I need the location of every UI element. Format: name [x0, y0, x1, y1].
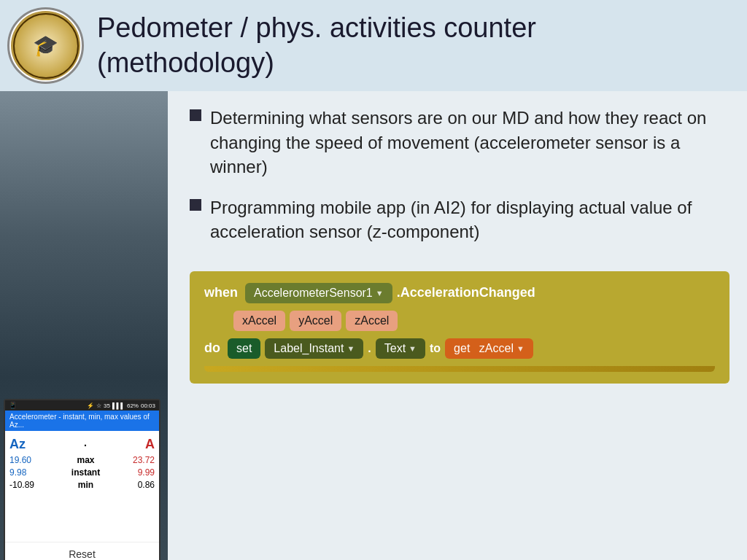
left-panel: 📱 ⚡ ☆ 35 ▌▌▌ 62% 00:03 Accelerometer - i…	[0, 91, 168, 560]
phone-data-row-2: 9.98 instant 9.99	[9, 467, 155, 478]
phone-data-row-3: -10.89 min 0.86	[9, 480, 155, 490]
phone-header-row: Az . A	[9, 437, 155, 452]
bullet-item-2: Programming mobile app (in AI2) for disp…	[190, 195, 729, 244]
xaccel-block[interactable]: xAccel	[233, 311, 285, 331]
dot-connector: .	[368, 342, 371, 355]
phone-mockup: 📱 ⚡ ☆ 35 ▌▌▌ 62% 00:03 Accelerometer - i…	[4, 399, 160, 560]
phone-status-icons: ⚡ ☆ 35 ▌▌▌ 62% 00:03	[87, 402, 155, 409]
zaccel-block[interactable]: zAccel	[346, 311, 398, 331]
bullet-text-1: Determining what sensors are on our MD a…	[210, 106, 729, 179]
slide-title: Pedometer / phys. activities counter (me…	[97, 11, 536, 80]
do-label: do	[204, 341, 220, 356]
phone-data-table: Az . A 19.60 max 23.72 9.98 instant 9.99…	[5, 431, 159, 542]
zaccel-get-dropdown: ▼	[516, 344, 525, 353]
set-block[interactable]: set	[228, 338, 260, 359]
right-content: Determining what sensors are on our MD a…	[168, 91, 747, 560]
bullet-square-2	[190, 199, 201, 211]
slide-header: 🎓 Pedometer / phys. activities counter (…	[0, 0, 747, 91]
sensor-dropdown-arrow: ▼	[376, 289, 384, 298]
event-label: .AccelerationChanged	[397, 285, 535, 300]
get-zaccel-block[interactable]: get zAccel ▼	[445, 338, 533, 359]
bullet-text-2: Programming mobile app (in AI2) for disp…	[210, 195, 729, 244]
phone-status-bar: 📱 ⚡ ☆ 35 ▌▌▌ 62% 00:03	[5, 400, 159, 411]
code-block-area: when AccelerometerSensor1 ▼ .Acceleratio…	[190, 271, 729, 384]
main-content: 📱 ⚡ ☆ 35 ▌▌▌ 62% 00:03 Accelerometer - i…	[0, 91, 747, 560]
code-block-bottom-accent	[204, 366, 715, 372]
code-row-params: xAccel yAccel zAccel	[233, 311, 715, 331]
bullet-square-1	[190, 109, 201, 121]
text-block[interactable]: Text ▼	[376, 338, 425, 359]
label-dropdown-arrow: ▼	[347, 344, 355, 353]
yaccel-block[interactable]: yAccel	[290, 311, 341, 331]
university-logo: 🎓	[7, 7, 84, 84]
phone-app-title: Accelerometer - instant, min, max values…	[5, 411, 159, 431]
bullet-item-1: Determining what sensors are on our MD a…	[190, 106, 729, 179]
label-instant-block[interactable]: Label_Instant ▼	[265, 338, 363, 359]
code-row-do: do set Label_Instant ▼ . Text ▼ to get	[204, 338, 715, 359]
when-label: when	[204, 285, 238, 300]
code-row-when: when AccelerometerSensor1 ▼ .Acceleratio…	[204, 283, 715, 303]
phone-data-row-1: 19.60 max 23.72	[9, 455, 155, 465]
text-dropdown-arrow: ▼	[409, 344, 417, 353]
phone-icon: 📱	[9, 402, 17, 409]
sensor-block[interactable]: AccelerometerSensor1 ▼	[245, 283, 392, 303]
to-connector: to	[430, 342, 441, 355]
phone-reset-button[interactable]: Reset	[5, 542, 159, 560]
